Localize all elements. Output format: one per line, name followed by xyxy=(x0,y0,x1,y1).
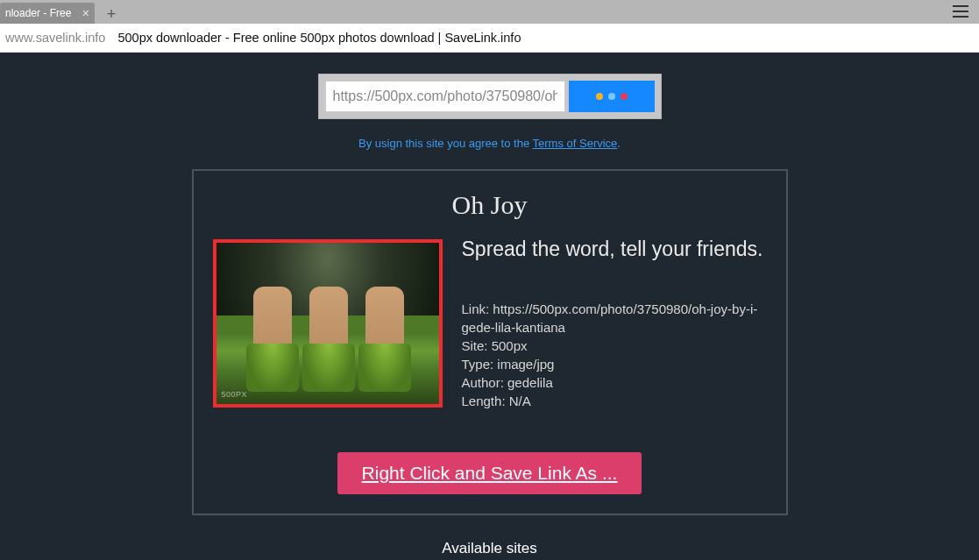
source-url-input[interactable] xyxy=(325,81,565,112)
result-card: Oh Joy 500PX Spread the word, tell your … xyxy=(192,169,788,515)
watermark-text: 500PX xyxy=(222,390,248,399)
url-page-title: 500px downloader - Free online 500px pho… xyxy=(117,31,521,45)
loading-dot-icon xyxy=(596,93,603,100)
close-tab-icon[interactable]: × xyxy=(82,6,89,20)
page-body: By usign this site you agree to the Term… xyxy=(0,53,979,560)
hamburger-menu-icon[interactable] xyxy=(953,5,968,18)
browser-tab[interactable]: nloader - Free × xyxy=(0,3,95,24)
result-row: 500PX Spread the word, tell your friends… xyxy=(213,239,767,410)
loading-dot-icon xyxy=(608,93,615,100)
new-tab-button[interactable]: + xyxy=(100,4,123,24)
meta-author: Author: gedelila xyxy=(462,373,767,392)
thumbnail-image: 500PX xyxy=(216,243,439,404)
tos-notice: By usign this site you agree to the Term… xyxy=(0,137,979,150)
meta-type: Type: image/jpg xyxy=(462,355,767,373)
tos-suffix: . xyxy=(617,137,621,150)
url-host: www.savelink.info xyxy=(5,31,105,45)
tos-prefix: By usign this site you agree to the xyxy=(358,137,533,150)
tos-link[interactable]: Terms of Service xyxy=(533,137,618,150)
spread-message: Spread the word, tell your friends. xyxy=(462,237,767,261)
browser-tab-strip: nloader - Free × + xyxy=(0,0,979,24)
result-info: Spread the word, tell your friends. Link… xyxy=(462,239,767,410)
meta-link: Link: https://500px.com/photo/3750980/oh… xyxy=(462,300,767,337)
meta-site: Site: 500px xyxy=(462,337,767,355)
download-button-row: Right Click and Save Link As ... xyxy=(213,452,767,494)
download-link-button[interactable]: Right Click and Save Link As ... xyxy=(337,452,642,494)
meta-length: Length: N/A xyxy=(462,392,767,410)
address-bar[interactable]: www.savelink.info 500px downloader - Fre… xyxy=(0,24,979,53)
available-sites-heading: Available sites xyxy=(0,540,979,557)
loading-dot-icon xyxy=(621,93,628,100)
tab-title: nloader - Free xyxy=(5,7,79,19)
result-title: Oh Joy xyxy=(213,190,767,220)
url-input-card xyxy=(318,74,662,119)
download-submit-button[interactable] xyxy=(569,81,655,112)
result-thumbnail[interactable]: 500PX xyxy=(213,239,443,408)
